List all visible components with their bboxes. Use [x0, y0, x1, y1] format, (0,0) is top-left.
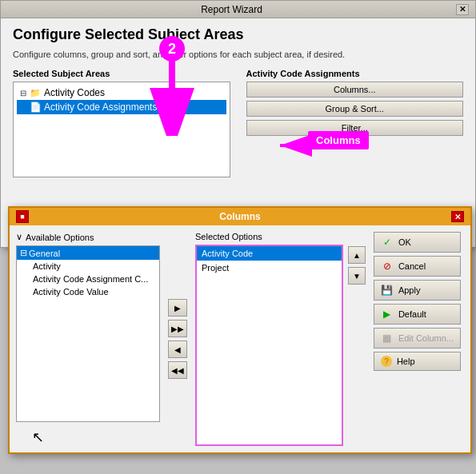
apply-button[interactable]: 💾 Apply — [374, 280, 461, 301]
columns-body: ∨ Available Options ⊟ General Activity A… — [10, 225, 470, 452]
help-label: Help — [397, 356, 415, 366]
expand-icon: ⊟ — [20, 89, 26, 98]
tree-item-activity-codes[interactable]: ⊟ 📁 Activity Codes — [17, 86, 226, 100]
updown-buttons-panel: ▲ ▼ — [348, 232, 366, 446]
move-all-left-button[interactable]: ◀◀ — [168, 361, 187, 379]
selected-options-box[interactable]: Activity Code Project — [195, 245, 343, 446]
ok-icon: ✓ — [381, 236, 394, 249]
tree-label-activity-code-assignments: Activity Code Assignments — [44, 102, 157, 113]
help-icon: ? — [381, 356, 392, 367]
ok-button[interactable]: ✓ OK — [374, 232, 461, 253]
subject-areas-label: Selected Subject Areas — [13, 69, 230, 78]
columns-title-bar: ■ Columns ✕ — [10, 208, 470, 225]
default-icon: ▶ — [381, 308, 394, 321]
cancel-icon: ⊘ — [381, 260, 394, 273]
ok-label: OK — [398, 237, 411, 247]
cursor-area: ↖ — [16, 422, 160, 446]
edit-column-button[interactable]: ▦ Edit Column... — [374, 328, 461, 349]
wizard-content: Configure Selected Subject Areas Configu… — [1, 18, 475, 185]
available-group-general: ⊟ General Activity Activity Code Assignm… — [17, 246, 159, 298]
mouse-cursor-icon: ↖ — [32, 428, 44, 446]
avail-item-activity[interactable]: Activity — [17, 260, 159, 273]
default-button[interactable]: ▶ Default — [374, 304, 461, 325]
avail-item-activity-code-value[interactable]: Activity Code Value — [17, 285, 159, 298]
arrow-buttons-panel: ▶ ▶▶ ◀ ◀◀ — [165, 232, 190, 446]
group-expand-icon: ⊟ — [20, 248, 27, 258]
left-panel: Selected Subject Areas ⊟ 📁 Activity Code… — [13, 69, 230, 177]
report-wizard-title-bar: Report Wizard ✕ — [1, 1, 475, 18]
tree-item-activity-code-assignments[interactable]: 📄 Activity Code Assignments — [17, 100, 226, 114]
report-wizard-title: Report Wizard — [7, 4, 456, 15]
default-label: Default — [398, 309, 426, 319]
subject-areas-box: ⊟ 📁 Activity Codes 📄 Activity Code Assig… — [13, 82, 230, 177]
page-subtitle: Configure columns, group and sort, and f… — [13, 50, 463, 59]
group-sort-button[interactable]: Group & Sort... — [246, 101, 464, 117]
columns-close-button[interactable]: ✕ — [451, 211, 464, 222]
columns-dialog: ■ Columns ✕ ∨ Available Options ⊟ Genera… — [8, 206, 472, 454]
available-panel: ∨ Available Options ⊟ General Activity A… — [16, 232, 160, 446]
right-panel-label: Activity Code Assignments — [246, 69, 464, 78]
wizard-body: Selected Subject Areas ⊟ 📁 Activity Code… — [13, 69, 463, 177]
available-options-label: ∨ Available Options — [16, 232, 160, 242]
avail-item-activity-code-assignment[interactable]: Activity Code Assignment C... — [17, 273, 159, 285]
expand-chevron: ∨ — [16, 232, 22, 242]
cancel-button[interactable]: ⊘ Cancel — [374, 256, 461, 277]
item-icon: 📄 — [30, 102, 41, 113]
selected-options-label: Selected Options — [195, 232, 343, 241]
edit-column-icon: ▦ — [381, 332, 394, 345]
available-options-box[interactable]: ⊟ General Activity Activity Code Assignm… — [16, 245, 160, 422]
apply-label: Apply — [398, 285, 421, 295]
folder-icon: 📁 — [30, 87, 41, 98]
right-panel: Activity Code Assignments Columns... Gro… — [246, 69, 464, 177]
move-all-right-button[interactable]: ▶▶ — [168, 320, 187, 337]
general-label: General — [29, 249, 60, 258]
selected-item-project[interactable]: Project — [197, 261, 342, 275]
report-wizard-close-button[interactable]: ✕ — [456, 4, 469, 15]
selected-item-activity-code[interactable]: Activity Code — [197, 246, 342, 261]
help-button[interactable]: ? Help — [374, 352, 461, 371]
action-buttons-panel: ✓ OK ⊘ Cancel 💾 Apply ▶ Default ▦ Edit C… — [370, 232, 464, 446]
page-title: Configure Selected Subject Areas — [13, 26, 463, 43]
filter-button[interactable]: Filter... — [246, 120, 464, 136]
cancel-label: Cancel — [398, 261, 426, 271]
move-up-button[interactable]: ▲ — [348, 246, 366, 264]
move-down-button[interactable]: ▼ — [348, 267, 366, 285]
apply-icon: 💾 — [381, 284, 394, 297]
columns-title-left: ■ — [16, 210, 29, 223]
columns-dialog-title: Columns — [29, 211, 451, 222]
move-right-button[interactable]: ▶ — [168, 299, 187, 317]
move-left-button[interactable]: ◀ — [168, 341, 187, 358]
columns-button[interactable]: Columns... — [246, 82, 464, 98]
right-buttons-container: Columns... Group & Sort... Filter... — [246, 82, 464, 136]
columns-dialog-icon: ■ — [16, 210, 29, 223]
general-group-header[interactable]: ⊟ General — [17, 246, 159, 260]
selected-panel: Selected Options Activity Code Project — [195, 232, 343, 446]
edit-column-label: Edit Column... — [398, 333, 454, 343]
tree-label-activity-codes: Activity Codes — [44, 87, 105, 98]
